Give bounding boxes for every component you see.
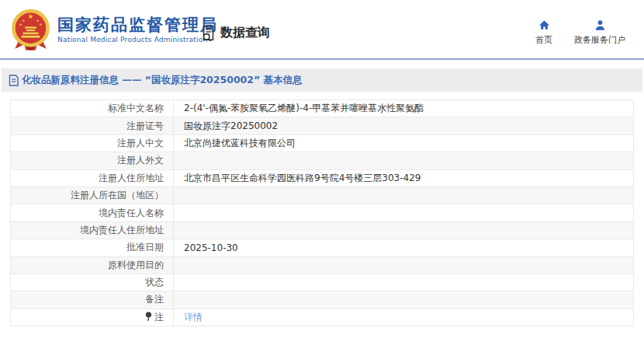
header-divider <box>0 58 644 60</box>
row-label-text: 批准日期 <box>126 242 164 253</box>
row-label-text: 注册人中文 <box>117 138 164 148</box>
org-name-cn: 国家药品监督管理局 <box>57 16 218 34</box>
row-value <box>174 256 634 274</box>
row-value <box>174 152 634 169</box>
pin-icon <box>145 312 154 322</box>
document-search-icon <box>200 24 217 42</box>
row-value <box>174 274 634 291</box>
home-icon <box>538 19 550 31</box>
table-row: 注 详情 <box>11 308 634 326</box>
nav-item-gov-portal[interactable]: 政务服务门户 <box>574 19 625 46</box>
row-label: 注册人中文 <box>11 134 174 152</box>
nav-item-gov-portal-label: 政务服务门户 <box>574 34 625 46</box>
row-label-text: 注册人所在国（地区） <box>71 190 164 200</box>
detail-link[interactable]: 详情 <box>184 312 203 322</box>
row-label: 境内责任人名称 <box>11 204 174 221</box>
org-name-block: 国家药品监督管理局 National Medical Products Admi… <box>57 16 218 44</box>
user-icon <box>594 19 606 31</box>
registration-info-table: 标准中文名称 2-(4'-偶氮-苯胺聚氧乙烯醚)-4-甲基苯并噻唑基水性聚氨酯 … <box>10 99 634 326</box>
row-label: 原料使用目的 <box>11 256 174 274</box>
row-label-text: 原料使用目的 <box>108 260 164 270</box>
row-label-text: 注册人住所地址 <box>99 172 164 183</box>
svg-text:★: ★ <box>36 19 40 23</box>
row-value <box>174 291 634 308</box>
table-row: 原料使用目的 <box>11 256 634 274</box>
table-row: 境内责任人住所地址 <box>11 221 634 239</box>
data-query-label: 数据查询 <box>220 25 270 41</box>
row-value: 2-(4'-偶氮-苯胺聚氧乙烯醚)-4-甲基苯并噻唑基水性聚氨酯 <box>174 100 634 117</box>
table-row: 境内责任人名称 <box>11 204 634 221</box>
row-value: 详情 <box>174 308 634 326</box>
row-label: 注册证号 <box>11 117 174 134</box>
row-label: 注册人住所地址 <box>11 169 174 186</box>
table-row: 注册人住所地址 北京市昌平区生命科学园医科路9号院4号楼三层303-429 <box>11 169 634 186</box>
table-row: 注册人所在国（地区） <box>11 186 634 204</box>
row-value <box>174 204 634 221</box>
table-row: 备注 <box>11 291 634 308</box>
row-label: 境内责任人住所地址 <box>11 221 174 239</box>
data-query-nav[interactable]: 数据查询 <box>200 24 270 42</box>
svg-text:★: ★ <box>39 23 42 26</box>
row-value: 国妆原注字20250002 <box>174 117 634 134</box>
row-value <box>174 186 634 204</box>
table-row: 注册人中文 北京尚捷优蓝科技有限公司 <box>11 134 634 152</box>
row-label: 标准中文名称 <box>11 100 174 117</box>
row-label-text: 境内责任人名称 <box>99 207 164 218</box>
table-row: 标准中文名称 2-(4'-偶氮-苯胺聚氧乙烯醚)-4-甲基苯并噻唑基水性聚氨酯 <box>11 100 634 117</box>
svg-text:★: ★ <box>22 19 25 23</box>
national-emblem-icon: ★ ★ ★ ★ ★ <box>9 8 52 51</box>
row-label-text: 标准中文名称 <box>108 103 164 113</box>
row-value <box>174 221 634 239</box>
table-row: 状态 <box>11 274 634 291</box>
row-label: 状态 <box>11 274 174 291</box>
svg-text:★: ★ <box>19 23 23 26</box>
row-label: 注 <box>11 308 174 326</box>
page: ★ ★ ★ ★ ★ 国家药品监督管理局 National Medical Pro… <box>0 0 644 345</box>
row-label: 注册人外文 <box>11 152 174 169</box>
row-value: 北京尚捷优蓝科技有限公司 <box>174 134 634 152</box>
site-logo[interactable]: ★ ★ ★ ★ ★ 国家药品监督管理局 National Medical Pro… <box>9 8 218 51</box>
table-row: 注册人外文 <box>11 152 634 169</box>
row-label: 备注 <box>11 291 174 308</box>
table-row: 批准日期 2025-10-30 <box>11 239 634 256</box>
document-icon <box>9 75 22 86</box>
nav-item-home[interactable]: 首页 <box>535 19 552 46</box>
org-name-en: National Medical Products Administration <box>57 36 218 44</box>
row-label-text: 注册证号 <box>126 120 164 131</box>
header: ★ ★ ★ ★ ★ 国家药品监督管理局 National Medical Pro… <box>0 0 644 58</box>
row-label-text: 注 <box>154 312 164 322</box>
svg-text:★: ★ <box>28 12 33 20</box>
header-nav: 首页 政务服务门户 <box>535 19 625 46</box>
row-label-text: 境内责任人住所地址 <box>80 225 164 235</box>
row-label: 注册人所在国（地区） <box>11 186 174 204</box>
row-value: 北京市昌平区生命科学园医科路9号院4号楼三层303-429 <box>174 169 634 186</box>
row-label-text: 注册人外文 <box>117 155 164 166</box>
row-label-text: 状态 <box>145 277 164 288</box>
page-title: 化妆品新原料注册信息 —— “国妆原注字20250002” 基本信息 <box>22 74 303 87</box>
row-value: 2025-10-30 <box>174 239 634 256</box>
table-row: 注册证号 国妆原注字20250002 <box>11 117 634 134</box>
nav-item-home-label: 首页 <box>535 34 552 46</box>
page-title-bar: 化妆品新原料注册信息 —— “国妆原注字20250002” 基本信息 <box>2 68 642 92</box>
info-table-body: 标准中文名称 2-(4'-偶氮-苯胺聚氧乙烯醚)-4-甲基苯并噻唑基水性聚氨酯 … <box>11 100 634 326</box>
row-label: 批准日期 <box>11 239 174 256</box>
row-label-text: 备注 <box>145 294 164 305</box>
